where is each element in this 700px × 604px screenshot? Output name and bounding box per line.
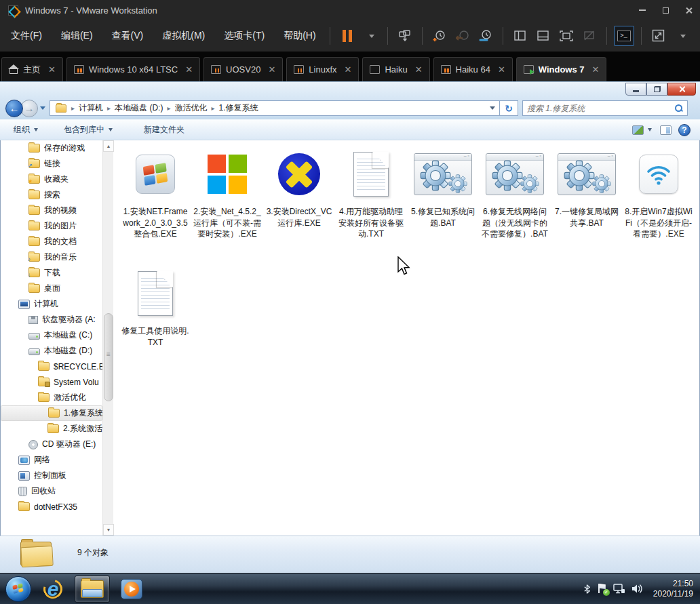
taskbar-explorer-button[interactable] <box>75 576 110 603</box>
file-item-4[interactable]: 4.用万能驱动助理安装好所有设备驱动.TXT <box>335 142 407 262</box>
file-item-8[interactable]: 8.开启Win7虚拟WiFi（不是必须开启-看需要）.EXE <box>623 142 695 262</box>
tab-close-icon[interactable]: ✕ <box>345 64 352 75</box>
organize-button[interactable]: 组织 <box>7 121 45 139</box>
tab-close-icon[interactable]: ✕ <box>415 64 423 75</box>
address-bar[interactable]: ▸ 计算机 ▸ 本地磁盘 (D:) ▸ 激活优化 ▸ 1.修复系统 <box>50 100 500 116</box>
sidebar-item-desktop[interactable]: 桌面 <box>1 281 102 296</box>
file-item-1[interactable]: 1.安装NET.Framework_2.0_3.0_3.5整合包.EXE <box>119 142 191 262</box>
sidebar-item-cd-drive-e[interactable]: CD 驱动器 (E:) <box>1 437 102 452</box>
explorer-close-button[interactable] <box>667 83 696 96</box>
sidebar-item-downloads[interactable]: 下载 <box>1 265 102 281</box>
sidebar-item-network[interactable]: 网络 <box>1 452 102 468</box>
sidebar-item-drive-d[interactable]: 本地磁盘 (D:) <box>1 343 102 359</box>
network-icon[interactable] <box>613 584 625 594</box>
recent-pages-dropdown[interactable] <box>40 106 45 110</box>
menu-view[interactable]: 查看(V) <box>104 26 152 46</box>
tab-haiku-64[interactable]: Haiku 64 ✕ <box>433 57 513 81</box>
sidebar-item-my-videos[interactable]: 我的视频 <box>1 203 102 218</box>
menu-tabs[interactable]: 选项卡(T) <box>216 26 273 46</box>
file-item-3[interactable]: 3.安装DirectX_VC运行库.EXE <box>263 142 335 262</box>
tab-close-icon[interactable]: ✕ <box>592 64 600 75</box>
scrollbar-thumb[interactable] <box>104 313 113 401</box>
sidebar-item-recycle-bin[interactable]: 回收站 <box>1 483 102 499</box>
power-dropdown[interactable] <box>360 26 381 46</box>
file-item-9[interactable]: 修复工具使用说明.TXT <box>119 262 191 381</box>
file-item-2[interactable]: 2.安装_Net_4.5.2_运行库（可不装-需要时安装）.EXE <box>191 142 263 262</box>
tab-home[interactable]: 主页 ✕ <box>1 57 63 81</box>
help-button[interactable]: ? <box>678 124 691 136</box>
speaker-icon[interactable] <box>631 584 643 594</box>
tab-close-icon[interactable]: ✕ <box>185 64 193 75</box>
breadcrumb-drive-d[interactable]: 本地磁盘 (D:) <box>113 101 165 115</box>
sidebar-item-control-panel[interactable]: 控制面板 <box>1 468 102 483</box>
vmware-close-button[interactable] <box>677 0 700 20</box>
menu-edit[interactable]: 编辑(E) <box>53 26 101 46</box>
search-input[interactable] <box>527 104 675 113</box>
file-item-7[interactable]: 7.一键修复局域网共享.BAT <box>551 142 623 262</box>
fullscreen-button[interactable] <box>556 26 577 46</box>
breadcrumb-computer[interactable]: 计算机 <box>77 101 105 115</box>
start-button[interactable] <box>5 576 31 602</box>
menu-file[interactable]: 文件(F) <box>3 26 50 46</box>
address-dropdown-icon[interactable] <box>490 106 495 110</box>
sidebar-item-jihuo-youhua[interactable]: 激活优化 <box>1 390 102 405</box>
sidebar-item-repair-system[interactable]: 1.修复系统 <box>1 405 102 421</box>
toggle-library-button[interactable] <box>510 26 530 46</box>
vmware-maximize-button[interactable] <box>654 0 677 20</box>
sidebar-scrollbar[interactable]: ▲ ▼ <box>102 140 113 536</box>
taskbar-wmp-button[interactable] <box>114 576 149 603</box>
preview-pane-button[interactable] <box>660 125 672 135</box>
tab-haiku[interactable]: Haiku ✕ <box>362 57 429 81</box>
stretch-dropdown[interactable] <box>672 26 692 46</box>
breadcrumb-jihuo-youhua[interactable]: 激活优化 <box>172 101 209 115</box>
new-folder-button[interactable]: 新建文件夹 <box>137 121 191 139</box>
sidebar-item-searches[interactable]: 搜索 <box>1 187 102 203</box>
sidebar-item-my-documents[interactable]: 我的文档 <box>1 234 102 249</box>
taskbar-clock[interactable]: 21:50 2020/11/19 <box>649 579 693 599</box>
sidebar-item-drive-c[interactable]: 本地磁盘 (C:) <box>1 327 102 343</box>
sidebar-item-computer[interactable]: 计算机 <box>1 296 102 312</box>
send-ctrl-alt-del-button[interactable] <box>395 26 415 46</box>
bluetooth-icon[interactable] <box>583 584 591 595</box>
taskbar-ie-button[interactable]: e <box>35 576 71 603</box>
action-center-icon[interactable]: ✓ <box>597 584 607 594</box>
vmware-minimize-button[interactable] <box>631 0 654 20</box>
pause-vm-button[interactable] <box>337 26 357 46</box>
change-view-button[interactable] <box>631 123 653 138</box>
file-item-6[interactable]: 6.修复无线网络问题（没无线网卡的不需要修复）.BAT <box>479 142 551 262</box>
tab-close-icon[interactable]: ✕ <box>268 64 275 75</box>
search-box[interactable] <box>522 100 688 116</box>
console-view-button[interactable]: >_ <box>614 26 634 46</box>
sidebar-item-my-music[interactable]: 我的音乐 <box>1 249 102 265</box>
scroll-down-icon[interactable]: ▼ <box>103 524 114 536</box>
menu-help[interactable]: 帮助(H) <box>275 26 324 46</box>
sidebar-item-dotnetfx35[interactable]: dotNetFX35 <box>1 499 102 515</box>
sidebar-item-system-activate[interactable]: 2.系统激活 <box>1 421 102 437</box>
tab-close-icon[interactable]: ✕ <box>498 64 505 75</box>
sidebar-item-favorites[interactable]: 收藏夹 <box>1 172 102 187</box>
stretch-guest-button[interactable] <box>648 26 669 46</box>
sidebar-item-floppy-a[interactable]: 软盘驱动器 (A: <box>1 312 102 327</box>
tab-uosv20[interactable]: UOSV20 ✕ <box>203 57 283 81</box>
file-item-5[interactable]: 5.修复已知系统问题.BAT <box>407 142 479 262</box>
explorer-restore-button[interactable] <box>646 83 667 96</box>
tab-linuxfx[interactable]: Linuxfx ✕ <box>286 57 359 81</box>
sidebar-item-recycle-folder[interactable]: $RECYCLE.B <box>1 359 102 374</box>
explorer-minimize-button[interactable] <box>625 83 646 96</box>
sidebar-item-links[interactable]: 链接 <box>1 156 102 172</box>
tab-windows-10-x64-ltsc[interactable]: Windows 10 x64 LTSC ✕ <box>66 57 200 81</box>
sidebar-item-system-volume[interactable]: System Volu <box>1 374 102 390</box>
scroll-up-icon[interactable]: ▲ <box>103 140 114 152</box>
menu-vm[interactable]: 虚拟机(M) <box>154 26 213 46</box>
sidebar-item-saved-games[interactable]: 保存的游戏 <box>1 140 102 156</box>
include-in-library-button[interactable]: 包含到库中 <box>57 121 119 139</box>
tab-close-icon[interactable]: ✕ <box>48 64 56 75</box>
toggle-thumbnail-bar-button[interactable] <box>533 26 553 46</box>
back-button[interactable]: ← <box>5 100 23 117</box>
manage-snapshots-button[interactable] <box>475 26 496 46</box>
refresh-button[interactable]: ↻ <box>500 100 518 116</box>
sidebar-item-my-pictures[interactable]: 我的图片 <box>1 218 102 234</box>
tab-windows-7[interactable]: Windows 7 ✕ <box>516 57 607 81</box>
take-snapshot-button[interactable] <box>429 26 450 46</box>
breadcrumb-current-folder[interactable]: 1.修复系统 <box>216 101 260 115</box>
